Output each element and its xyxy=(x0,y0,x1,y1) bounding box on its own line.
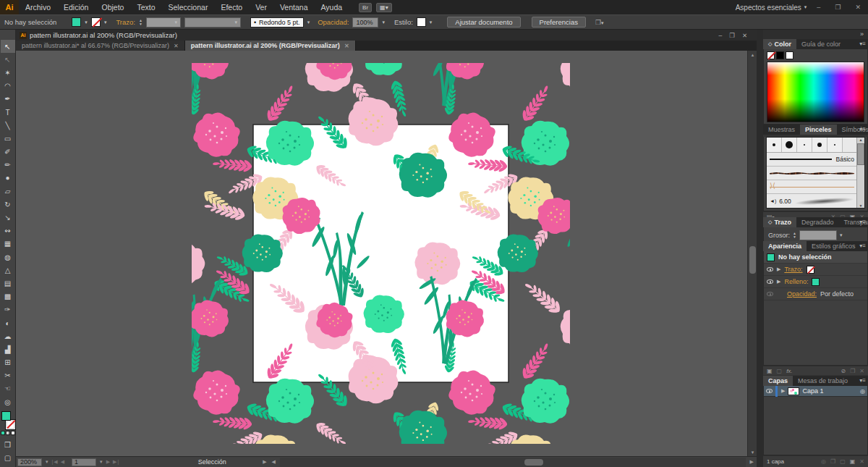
status-expand-icon[interactable]: ▶ xyxy=(261,459,268,465)
workspace-switcher[interactable]: Aspectos esenciales▾ xyxy=(736,4,807,12)
direct-selection-tool[interactable]: ↖ xyxy=(1,53,15,66)
app-minimize-button[interactable]: – xyxy=(812,4,825,11)
doc-minimize-button[interactable]: – xyxy=(719,32,723,39)
bridge-button[interactable]: Br xyxy=(359,3,372,12)
vertical-scroll-thumb[interactable] xyxy=(749,246,756,274)
menu-ver[interactable]: Ver xyxy=(249,0,273,14)
eraser-tool[interactable]: ▱ xyxy=(1,185,15,198)
calligraphic-brush-3[interactable] xyxy=(797,138,812,152)
chevron-down-icon[interactable]: ▾ xyxy=(104,20,107,25)
color-mode-none-icon[interactable] xyxy=(11,431,15,435)
collapse-panels-icon[interactable]: » xyxy=(763,30,868,39)
black-swatch[interactable] xyxy=(776,51,784,59)
selection-tool[interactable]: ↖ xyxy=(1,40,15,53)
blend-tool[interactable]: ◐ xyxy=(1,316,15,329)
calligraphic-brush-5[interactable] xyxy=(827,138,843,152)
document-tab-1[interactable]: pattern illustrator.ai* al 66.67% (RGB/P… xyxy=(16,41,185,51)
color-mode-color-icon[interactable] xyxy=(1,431,5,435)
chevron-right-icon[interactable]: ▶ xyxy=(777,266,780,272)
new-fill-icon[interactable]: ▢ xyxy=(777,368,783,374)
menu-ventana[interactable]: Ventana xyxy=(273,0,315,14)
stroke-weight-label[interactable]: Trazo: xyxy=(116,18,135,26)
new-layer-icon[interactable]: ▣ xyxy=(850,458,856,465)
tab-guia-de-color[interactable]: Guía de color xyxy=(796,39,846,49)
hscroll-right-icon[interactable]: ▶ xyxy=(749,459,755,465)
menu-seleccionar[interactable]: Seleccionar xyxy=(162,0,215,14)
none-swatch[interactable] xyxy=(767,51,775,59)
scale-tool[interactable]: ↘ xyxy=(1,211,15,224)
fill-color-swatch[interactable] xyxy=(72,17,81,27)
appearance-fill-row[interactable]: ▶ Relleno: xyxy=(764,276,867,288)
duplicate-item-icon[interactable]: ❐ xyxy=(850,368,855,374)
slice-tool[interactable]: ✂ xyxy=(1,369,15,382)
pattern-canvas[interactable] xyxy=(16,51,747,456)
new-sublayer-icon[interactable]: ▢ xyxy=(840,458,846,465)
panel-menu-icon[interactable]: ▾≡ xyxy=(859,41,866,47)
vertical-scrollbar[interactable]: ▲ ▼ xyxy=(747,51,757,456)
zoom-level-field[interactable]: 200% xyxy=(17,458,42,466)
layer-row-capa-1[interactable]: ▶ Capa 1 ◎ xyxy=(764,386,867,397)
document-tab-2[interactable]: pattern illustrator.ai al 200% (RGB/Prev… xyxy=(185,41,356,51)
prev-artboard-icon[interactable]: ◀ xyxy=(61,459,65,465)
perspective-grid-tool[interactable]: △ xyxy=(1,264,15,277)
brush-charcoal[interactable] xyxy=(767,167,864,180)
pen-tool[interactable]: ✒ xyxy=(1,93,15,106)
fill-swatch[interactable] xyxy=(1,411,11,421)
brush-list-scrollbar[interactable]: ▲ ▼ xyxy=(856,138,864,208)
hand-tool[interactable]: ☜ xyxy=(1,382,15,395)
type-tool[interactable]: T xyxy=(1,106,15,119)
graphic-style-swatch[interactable] xyxy=(417,17,426,27)
shape-builder-tool[interactable]: ◍ xyxy=(1,251,15,264)
tab-apariencia[interactable]: Apariencia xyxy=(763,241,807,251)
rectangle-tool[interactable]: ▭ xyxy=(1,132,15,145)
delete-item-icon[interactable]: ✕ xyxy=(859,368,864,374)
tab-pinceles[interactable]: Pinceles xyxy=(800,125,837,135)
eye-icon[interactable] xyxy=(767,292,773,296)
weight-stepper[interactable]: ▲▼ xyxy=(793,232,796,239)
chevron-down-icon[interactable]: ▾ xyxy=(307,20,310,25)
panel-menu-icon[interactable]: ▾≡ xyxy=(859,243,866,249)
tab-color[interactable]: ◇Color xyxy=(763,39,796,49)
variable-width-profile[interactable]: ▾ xyxy=(184,17,241,28)
tab-muestras[interactable]: Muestras xyxy=(763,125,800,135)
chevron-right-icon[interactable]: ▶ xyxy=(781,388,785,394)
menu-ayuda[interactable]: Ayuda xyxy=(314,0,349,14)
layer-name[interactable]: Capa 1 xyxy=(802,387,823,395)
appearance-opacity-row[interactable]: Opacidad: Por defecto xyxy=(764,288,867,300)
brush-basic[interactable]: Básico xyxy=(767,153,864,167)
stroke-swatch[interactable] xyxy=(6,420,15,429)
tab-trazo[interactable]: ◇Trazo xyxy=(763,217,796,227)
symbol-sprayer-tool[interactable]: ☁ xyxy=(1,329,15,342)
free-transform-tool[interactable]: ▦ xyxy=(1,237,15,251)
chevron-down-icon[interactable]: ▾ xyxy=(430,20,433,25)
close-icon[interactable]: ✕ xyxy=(174,43,179,49)
dock-divider[interactable] xyxy=(757,30,763,467)
app-close-button[interactable]: ✕ xyxy=(851,4,865,11)
tab-degradado[interactable]: Degradado xyxy=(796,217,839,227)
delete-layer-icon[interactable]: ✕ xyxy=(859,458,864,465)
canvas-viewport[interactable] xyxy=(16,51,747,456)
menu-texto[interactable]: Texto xyxy=(130,0,161,14)
hscroll-left-icon[interactable]: ◀ xyxy=(271,459,277,465)
menu-objeto[interactable]: Objeto xyxy=(95,0,130,14)
panel-menu-icon[interactable]: ▾≡ xyxy=(859,126,866,132)
tab-capas[interactable]: Capas xyxy=(763,376,793,386)
select-similar-icon[interactable]: ❐▾ xyxy=(595,19,604,26)
brush-definition[interactable]: •Redondo 5 pt. xyxy=(250,17,304,28)
chevron-down-icon[interactable]: ▾ xyxy=(840,232,843,238)
brush-fuzzy[interactable]: ◄) 6.00 xyxy=(767,194,864,208)
drawing-modes-icon[interactable]: ❐ xyxy=(1,438,15,451)
zoom-tool[interactable]: ◎ xyxy=(1,395,15,408)
lasso-tool[interactable]: ◠ xyxy=(1,80,15,93)
color-spectrum[interactable] xyxy=(767,62,864,122)
layer-target-icon[interactable]: ◎ xyxy=(860,388,865,395)
tab-mesas-de-trabajo[interactable]: Mesas de trabajo xyxy=(793,376,853,386)
zoom-dropdown-icon[interactable]: ▾ xyxy=(44,459,50,465)
blob-brush-tool[interactable]: ● xyxy=(1,172,15,185)
calligraphic-brush-4[interactable] xyxy=(812,138,827,152)
layer-visibility-icon[interactable] xyxy=(766,389,773,393)
fill-teal-chip[interactable] xyxy=(812,278,820,286)
artboard-number-field[interactable]: 1 xyxy=(72,458,96,466)
appearance-stroke-row[interactable]: ▶ Trazo: xyxy=(764,264,867,276)
doc-close-button[interactable]: ✕ xyxy=(742,32,747,39)
